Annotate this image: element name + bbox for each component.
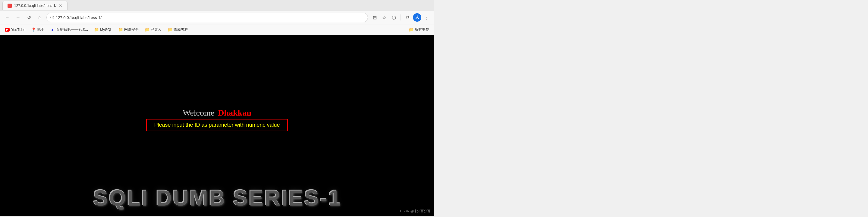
toolbar-right: ⊟ ☆ ⬡ ⧉ 人 ⋮ [370, 13, 431, 22]
security-lock-icon: ⓘ [50, 15, 54, 20]
welcome-text: Welcome [183, 108, 214, 118]
tab-favicon [7, 4, 12, 8]
tab-title: 127.0.0.1/sqli-labs/Less-1/ [14, 4, 56, 8]
favorites-folder-icon: 📁 [167, 27, 173, 32]
extensions-icon: ⬡ [392, 15, 396, 21]
bookmark-star-button[interactable]: ☆ [380, 13, 389, 22]
bookmark-network-label: 网络安全 [124, 27, 138, 32]
bookmark-maps[interactable]: 📍 地图 [29, 26, 47, 33]
address-bar[interactable]: ⓘ 127.0.0.1/sqli-labs/Less-1/ [46, 13, 368, 22]
forward-icon: → [16, 15, 21, 20]
all-bookmarks-label: 所有书签 [415, 27, 429, 32]
address-row: ← → ↺ ⌂ ⓘ 127.0.0.1/sqli-labs/Less-1/ ⊟ … [0, 11, 434, 24]
home-button[interactable]: ⌂ [36, 13, 44, 22]
bookmark-favorites-label: 收藏夹栏 [174, 27, 188, 32]
sqli-title-text: SQLI DUMB SERIES-1 [93, 185, 341, 210]
message-box: Please input the ID as parameter with nu… [146, 119, 287, 131]
translate-button[interactable]: ⊟ [370, 13, 379, 22]
bookmark-maps-label: 地图 [37, 27, 44, 32]
message-text: Please input the ID as parameter with nu… [154, 122, 280, 128]
sqli-title: SQLI DUMB SERIES-1 [93, 185, 341, 210]
toolbar-divider [401, 14, 401, 21]
welcome-line: Welcome Dhakkan [183, 108, 251, 118]
imported-folder-icon: 📁 [145, 27, 150, 32]
browser-chrome: 127.0.0.1/sqli-labs/Less-1/ ✕ ← → ↺ ⌂ ⓘ … [0, 0, 434, 35]
bookmark-favorites[interactable]: 📁 收藏夹栏 [165, 26, 190, 33]
menu-icon: ⋮ [424, 15, 429, 21]
menu-button[interactable]: ⋮ [423, 13, 431, 22]
reload-icon: ↺ [27, 15, 31, 21]
star-icon: ☆ [382, 15, 386, 21]
translate-icon: ⊟ [373, 15, 377, 21]
bookmark-youtube-label: YouTube [11, 28, 25, 32]
reload-button[interactable]: ↺ [25, 13, 33, 22]
all-bookmarks-button[interactable]: 📁 所有书签 [406, 26, 432, 33]
bookmark-mysql-label: MySQL [100, 28, 112, 32]
tab-bar: 127.0.0.1/sqli-labs/Less-1/ ✕ [0, 0, 434, 11]
extensions-button[interactable]: ⬡ [390, 13, 398, 22]
all-bookmarks-icon: 📁 [409, 27, 413, 32]
bookmark-youtube[interactable]: ▶ YouTube [2, 27, 28, 33]
bookmark-mysql[interactable]: 📁 MySQL [92, 26, 115, 33]
bookmark-imported[interactable]: 📁 已导入 [142, 26, 164, 33]
baidu-icon: ● [50, 28, 55, 32]
home-icon: ⌂ [38, 15, 41, 20]
profile-button[interactable]: 人 [413, 13, 421, 22]
tab-close-button[interactable]: ✕ [59, 3, 62, 8]
network-folder-icon: 📁 [118, 27, 123, 32]
back-icon: ← [5, 15, 10, 20]
csdn-watermark: CSDN @未知百分百 [400, 209, 430, 213]
split-screen-icon: ⧉ [406, 15, 409, 20]
profile-icon: 人 [415, 15, 419, 20]
watermark-text: CSDN @未知百分百 [400, 209, 430, 213]
bookmarks-right: 📁 所有书签 [406, 26, 432, 33]
forward-button[interactable]: → [14, 13, 22, 22]
page-content: Welcome Dhakkan Please input the ID as p… [0, 35, 434, 216]
bookmark-network[interactable]: 📁 网络安全 [116, 26, 141, 33]
active-tab[interactable]: 127.0.0.1/sqli-labs/Less-1/ ✕ [2, 1, 67, 10]
bookmark-imported-label: 已导入 [151, 27, 161, 32]
bookmarks-bar: ▶ YouTube 📍 地图 ● 百度贴吧——全球... 📁 MySQL 📁 网… [0, 24, 434, 35]
welcome-section: Welcome Dhakkan Please input the ID as p… [146, 108, 287, 131]
back-button[interactable]: ← [3, 13, 11, 22]
bookmark-baidu[interactable]: ● 百度贴吧——全球... [48, 26, 90, 33]
youtube-icon: ▶ [5, 28, 10, 32]
split-screen-button[interactable]: ⧉ [403, 13, 412, 22]
url-display: 127.0.0.1/sqli-labs/Less-1/ [56, 15, 364, 20]
bookmark-baidu-label: 百度贴吧——全球... [56, 27, 88, 32]
maps-icon: 📍 [31, 28, 36, 32]
mysql-folder-icon: 📁 [94, 27, 99, 32]
dhakkan-text: Dhakkan [218, 108, 251, 118]
